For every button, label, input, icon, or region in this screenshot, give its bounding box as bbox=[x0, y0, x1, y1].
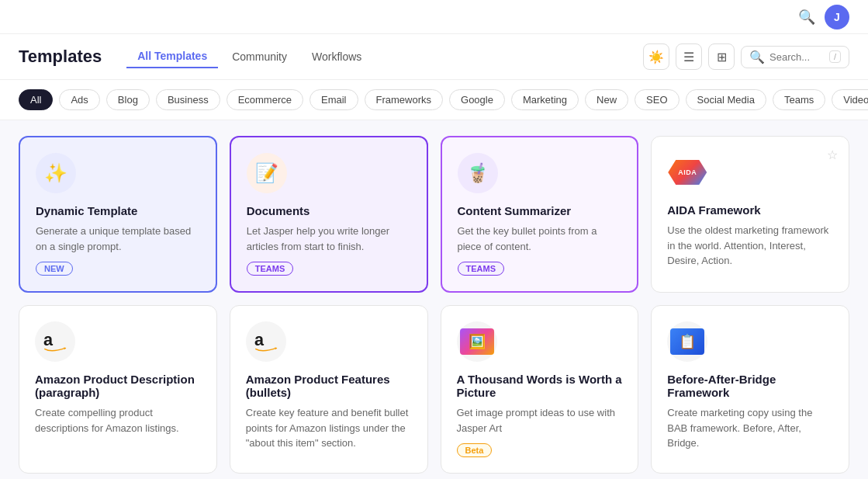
grid-view-button[interactable]: ⊞ bbox=[708, 43, 735, 70]
filter-chip-teams[interactable]: Teams bbox=[773, 89, 825, 110]
card-title: Amazon Product Description (paragraph) bbox=[35, 373, 201, 399]
search-shortcut: / bbox=[829, 50, 841, 63]
filter-chip-google[interactable]: Google bbox=[449, 89, 505, 110]
card-dynamic-template[interactable]: ✨Dynamic TemplateGenerate a unique templ… bbox=[19, 136, 217, 293]
card-desc: Create marketing copy using the BAB fram… bbox=[667, 405, 833, 451]
amazon-icon: a bbox=[246, 321, 286, 362]
card-desc: Generate a unique template based on a si… bbox=[36, 224, 200, 254]
list-view-button[interactable]: ☰ bbox=[676, 43, 702, 70]
amazon-icon: a bbox=[35, 321, 75, 362]
tab-community[interactable]: Community bbox=[221, 46, 298, 68]
tab-all-templates[interactable]: All Templates bbox=[126, 45, 218, 68]
top-bar: 🔍 J bbox=[0, 0, 868, 34]
card-bab-framework[interactable]: 📋Before-After-Bridge FrameworkCreate mar… bbox=[651, 305, 849, 474]
card-badge: TEAMS bbox=[458, 262, 505, 276]
card-badge: Beta bbox=[457, 443, 493, 457]
card-desc: Create key feature and benefit bullet po… bbox=[246, 405, 412, 451]
filter-chip-seo[interactable]: SEO bbox=[635, 89, 679, 110]
card-title: Before-After-Bridge Framework bbox=[667, 373, 833, 399]
header-right: ☀️ ☰ ⊞ 🔍 / bbox=[643, 43, 849, 70]
svg-text:a: a bbox=[254, 330, 265, 349]
card-title: A Thousand Words is Worth a Picture bbox=[457, 373, 623, 399]
filter-chip-blog[interactable]: Blog bbox=[106, 89, 150, 110]
blueprint-icon: 📋 bbox=[667, 321, 707, 362]
sparkle-icon: ✨ bbox=[36, 153, 76, 193]
card-desc: Get image prompt ideas to use with Jaspe… bbox=[457, 405, 623, 436]
filter-bar: AllAdsBlogBusinessEcommerceEmailFramewor… bbox=[0, 80, 868, 120]
card-badge: TEAMS bbox=[247, 262, 294, 276]
card-amazon-product-description[interactable]: a Amazon Product Description (paragraph)… bbox=[19, 305, 217, 474]
card-title: Documents bbox=[247, 204, 411, 217]
filter-chip-social-media[interactable]: Social Media bbox=[686, 89, 766, 110]
theme-toggle-button[interactable]: ☀️ bbox=[643, 43, 669, 70]
star-icon[interactable]: ☆ bbox=[827, 148, 838, 162]
card-title: Content Summarizer bbox=[458, 204, 622, 217]
search-input[interactable] bbox=[769, 51, 825, 63]
avatar[interactable]: J bbox=[825, 5, 849, 30]
svg-text:a: a bbox=[43, 330, 54, 349]
card-title: AIDA Framework bbox=[667, 203, 833, 217]
tab-workflows[interactable]: Workflows bbox=[301, 46, 372, 68]
svg-marker-1 bbox=[64, 347, 66, 349]
page-title: Templates bbox=[19, 47, 102, 67]
filter-chip-all[interactable]: All bbox=[19, 89, 53, 110]
aida-icon: AIDA bbox=[667, 152, 707, 193]
card-badge: NEW bbox=[36, 262, 73, 276]
search-box[interactable]: 🔍 / bbox=[741, 46, 849, 68]
filter-chip-marketing[interactable]: Marketing bbox=[511, 89, 579, 110]
card-desc: Get the key bullet points from a piece o… bbox=[458, 224, 622, 254]
card-desc: Let Jasper help you write longer article… bbox=[247, 224, 411, 254]
document-icon: 📝 bbox=[247, 153, 287, 193]
filter-chip-email[interactable]: Email bbox=[310, 89, 358, 110]
card-desc: Create compelling product descriptions f… bbox=[35, 405, 201, 436]
svg-marker-3 bbox=[275, 347, 277, 349]
card-amazon-product-features[interactable]: a Amazon Product Features (bullets)Creat… bbox=[230, 305, 428, 474]
search-icon[interactable]: 🔍 bbox=[798, 9, 815, 26]
filter-chip-new[interactable]: New bbox=[585, 89, 628, 110]
card-documents[interactable]: 📝DocumentsLet Jasper help you write long… bbox=[230, 136, 428, 293]
main-content: ✨Dynamic TemplateGenerate a unique templ… bbox=[0, 120, 868, 479]
search-icon-box: 🔍 bbox=[749, 50, 765, 64]
image-icon: 🖼️ bbox=[457, 321, 497, 362]
header: Templates All Templates Community Workfl… bbox=[0, 34, 868, 80]
card-title: Dynamic Template bbox=[36, 204, 200, 217]
card-content-summarizer[interactable]: 🧋Content SummarizerGet the key bullet po… bbox=[441, 136, 639, 293]
card-aida-framework[interactable]: ☆AIDAAIDA FrameworkUse the oldest market… bbox=[651, 136, 849, 293]
filter-chip-ads[interactable]: Ads bbox=[59, 89, 99, 110]
top-bar-icons: 🔍 J bbox=[798, 5, 849, 30]
filter-chip-video[interactable]: Video bbox=[832, 89, 868, 110]
filter-chip-business[interactable]: Business bbox=[156, 89, 220, 110]
nav-tabs: All Templates Community Workflows bbox=[126, 45, 372, 68]
cards-grid: ✨Dynamic TemplateGenerate a unique templ… bbox=[19, 136, 849, 474]
filter-chip-ecommerce[interactable]: Ecommerce bbox=[227, 89, 303, 110]
card-title: Amazon Product Features (bullets) bbox=[246, 373, 412, 399]
card-thousand-words[interactable]: 🖼️A Thousand Words is Worth a PictureGet… bbox=[441, 305, 639, 474]
card-desc: Use the oldest marketing framework in th… bbox=[667, 223, 833, 269]
filter-chip-frameworks[interactable]: Frameworks bbox=[365, 89, 444, 110]
cup-icon: 🧋 bbox=[458, 153, 498, 193]
